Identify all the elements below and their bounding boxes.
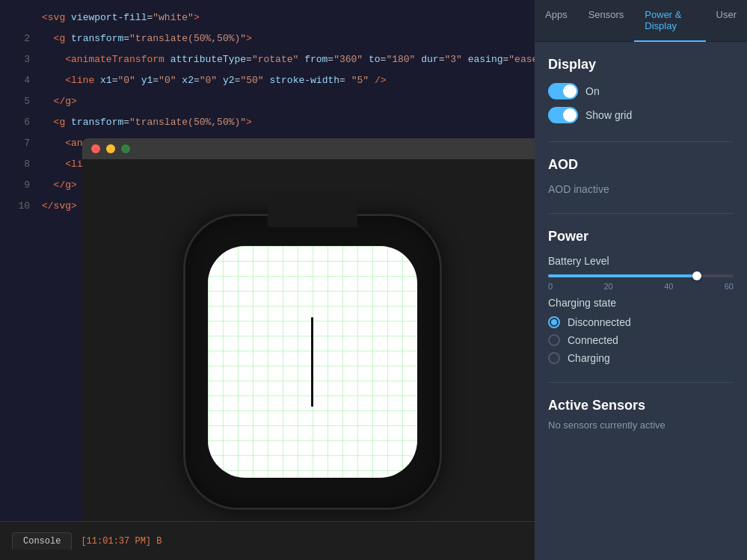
terminal-bar: Console [11:01:37 PM] B xyxy=(0,521,535,560)
radio-charging-button[interactable] xyxy=(548,352,560,364)
close-button[interactable] xyxy=(91,144,100,153)
watch-titlebar xyxy=(82,138,542,159)
display-on-label: On xyxy=(585,85,600,97)
watch-device xyxy=(185,216,440,508)
slider-label-0: 0 xyxy=(548,282,553,291)
slider-label-60: 60 xyxy=(725,282,734,291)
radio-connected[interactable]: Connected xyxy=(548,334,734,346)
display-title: Display xyxy=(548,57,734,73)
show-grid-label: Show grid xyxy=(585,109,632,121)
radio-disconnected-button[interactable] xyxy=(548,316,560,328)
radio-disconnected-label: Disconnected xyxy=(568,316,631,328)
slider-label-40: 40 xyxy=(664,282,673,291)
radio-charging-label: Charging xyxy=(568,352,610,364)
display-on-row: On xyxy=(548,83,734,99)
radio-charging[interactable]: Charging xyxy=(548,352,734,364)
watch-screen-grid xyxy=(208,246,417,478)
aod-status: AOD inactive xyxy=(548,183,734,195)
charging-state-label: Charging state xyxy=(548,297,734,309)
tab-sensors[interactable]: Sensors xyxy=(578,0,635,41)
terminal-content: [11:01:37 PM] B xyxy=(81,533,162,550)
right-panel: Apps Sensors Power & Display User Displa… xyxy=(535,0,747,560)
maximize-button[interactable] xyxy=(121,144,130,153)
watch-screen xyxy=(208,246,417,478)
battery-level-label: Battery Level xyxy=(548,255,734,267)
panel-content: Display On Show grid AOD AOD inactive Po… xyxy=(535,42,747,560)
radio-disconnected[interactable]: Disconnected xyxy=(548,316,734,328)
aod-title: AOD xyxy=(548,157,734,173)
active-sensors-status: No sensors currently active xyxy=(548,419,734,431)
tab-user[interactable]: User xyxy=(706,0,747,41)
aod-section: AOD AOD inactive xyxy=(548,157,734,195)
radio-connected-button[interactable] xyxy=(548,334,560,346)
terminal-tab[interactable]: Console xyxy=(12,532,72,550)
tab-apps[interactable]: Apps xyxy=(535,0,578,41)
tab-power-display[interactable]: Power & Display xyxy=(634,0,705,42)
display-section: Display On Show grid xyxy=(548,57,734,123)
slider-label-20: 20 xyxy=(604,282,613,291)
display-on-toggle[interactable] xyxy=(548,83,578,99)
battery-slider-fill xyxy=(548,274,696,277)
minimize-button[interactable] xyxy=(106,144,115,153)
radio-connected-label: Connected xyxy=(568,334,618,346)
show-grid-row: Show grid xyxy=(548,107,734,123)
divider-2 xyxy=(548,213,734,214)
battery-slider-track xyxy=(548,274,734,277)
show-grid-toggle[interactable] xyxy=(548,107,578,123)
battery-slider-thumb[interactable] xyxy=(692,271,701,280)
active-sensors-title: Active Sensors xyxy=(548,398,734,413)
battery-slider-labels: 0 20 40 60 xyxy=(548,282,734,291)
divider-1 xyxy=(548,141,734,142)
power-section: Power Battery Level 0 20 40 60 Charging … xyxy=(548,229,734,364)
battery-slider-container: 0 20 40 60 xyxy=(548,274,734,291)
watch-hand xyxy=(311,317,313,407)
active-sensors-section: Active Sensors No sensors currently acti… xyxy=(548,398,734,431)
watch-body xyxy=(82,159,542,560)
divider-3 xyxy=(548,382,734,383)
power-title: Power xyxy=(548,229,734,244)
watch-preview-window xyxy=(82,138,542,560)
panel-tabs: Apps Sensors Power & Display User xyxy=(535,0,747,42)
